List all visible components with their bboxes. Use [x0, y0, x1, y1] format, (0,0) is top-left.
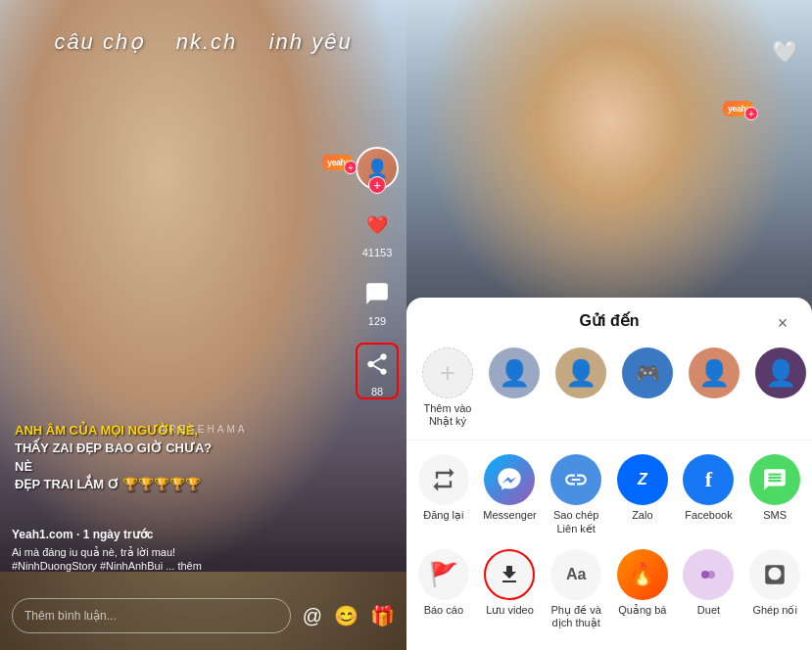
contact-3[interactable]: 🎮	[622, 348, 673, 428]
contact-avatar-3: 🎮	[622, 348, 673, 398]
divider-1	[406, 440, 812, 441]
report-app[interactable]: 🚩 Báo cáo	[414, 549, 473, 629]
messenger-app[interactable]: Messenger	[481, 454, 540, 534]
close-share-sheet-button[interactable]: ×	[769, 309, 796, 337]
contact-avatar-4: 👤	[689, 348, 740, 398]
right-video-panel: yeah! + 🤍 Gửi đến × + Thêm vào Nhật ký 👤	[406, 0, 812, 650]
contact-avatar-2: 👤	[555, 348, 606, 398]
contacts-row: + Thêm vào Nhật ký 👤 👤 🎮	[406, 340, 812, 436]
creator-avatar[interactable]: 👤 +	[356, 147, 399, 190]
copy-link-icon	[550, 454, 601, 505]
contact-1[interactable]: 👤	[489, 348, 540, 428]
add-story-icon: +	[422, 348, 473, 398]
copy-link-app[interactable]: Sao chép Liên kết	[547, 454, 605, 534]
share-sheet-header: Gửi đến ×	[406, 298, 812, 340]
save-video-icon	[484, 549, 535, 600]
follow-plus-btn[interactable]: +	[368, 176, 386, 194]
contact-5[interactable]: 👤	[755, 348, 806, 428]
facebook-icon: f	[683, 454, 734, 505]
duet-app[interactable]: Duet	[680, 549, 739, 629]
zalo-icon: Z	[617, 454, 668, 505]
right-heart-icon[interactable]: 🤍	[772, 39, 798, 65]
sms-icon	[749, 454, 800, 505]
right-person-bg	[406, 0, 812, 347]
repost-icon	[418, 454, 469, 505]
zalo-app[interactable]: Z Zalo	[613, 454, 672, 534]
yeah1-badge-left: yeah! +	[322, 152, 353, 169]
gift-icon[interactable]: 🎁	[370, 604, 395, 627]
emoji-icon[interactable]: 😊	[334, 604, 358, 627]
subtitle-icon: Aa	[550, 549, 601, 600]
contact-avatar-1: 👤	[489, 348, 540, 398]
promote-app[interactable]: 🔥 Quảng bá	[613, 549, 672, 629]
collab-icon	[749, 549, 800, 600]
duet-icon	[683, 549, 734, 600]
messenger-icon	[484, 454, 535, 505]
contact-avatar-5: 👤	[755, 348, 806, 398]
contact-2[interactable]: 👤	[555, 348, 606, 428]
apps-grid-1: Đăng lại Messenger Sao chép Liên kết Z	[406, 444, 812, 544]
repost-app[interactable]: Đăng lại	[414, 454, 473, 534]
right-actions-panel: 👤 + ❤️ 41153 129 88	[356, 147, 399, 399]
video-info: Yeah1.com · 1 ngày trước Ai mà đáng iu q…	[12, 528, 348, 572]
like-button[interactable]: ❤️ 41153	[358, 206, 397, 258]
watermark: ARESEHAMA	[160, 424, 248, 435]
contact-4[interactable]: 👤	[689, 348, 740, 428]
comment-input[interactable]	[12, 598, 291, 633]
promote-icon: 🔥	[617, 549, 668, 600]
add-to-story-btn[interactable]: + Thêm vào Nhật ký	[422, 348, 473, 428]
apps-grid-2: 🚩 Báo cáo Lưu video Aa Phụ đề và dịch th…	[406, 545, 812, 639]
save-video-app[interactable]: Lưu video	[481, 549, 540, 629]
sms-app[interactable]: SMS	[745, 454, 804, 534]
subtitle-app[interactable]: Aa Phụ đề và dịch thuật	[547, 549, 605, 629]
left-video-panel: câu chọ nk.ch inh yêu yeah! + 👤 + ❤️ 411…	[0, 0, 406, 650]
share-button[interactable]: 88	[356, 343, 399, 399]
song-lyric-overlay: câu chọ nk.ch inh yêu	[0, 29, 406, 55]
svg-point-1	[707, 571, 715, 579]
mention-icon[interactable]: @	[303, 605, 322, 627]
collab-app[interactable]: Ghép nối	[745, 549, 804, 629]
report-icon: 🚩	[418, 549, 469, 600]
comment-button[interactable]: 129	[358, 274, 397, 327]
facebook-app[interactable]: f Facebook	[680, 454, 739, 534]
yeah1-badge-right: yeah! +	[723, 98, 753, 116]
share-sheet: Gửi đến × + Thêm vào Nhật ký 👤 👤	[406, 298, 812, 650]
bottom-bar: @ 😊 🎁	[0, 581, 406, 650]
